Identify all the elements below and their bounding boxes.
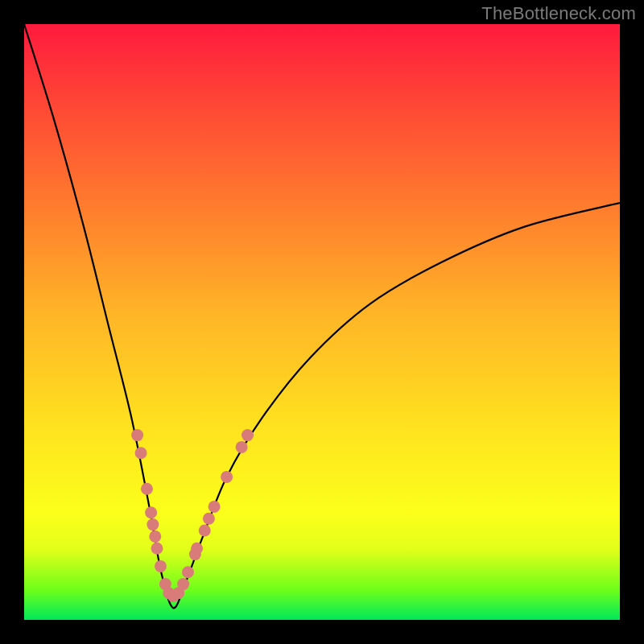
data-point: [147, 518, 159, 530]
data-point: [141, 483, 153, 495]
data-point: [145, 506, 157, 518]
data-point: [177, 578, 189, 590]
chart-frame: TheBottleneck.com: [0, 0, 644, 644]
data-point: [242, 429, 254, 441]
data-point: [236, 441, 248, 453]
watermark-text: TheBottleneck.com: [481, 3, 636, 24]
data-points: [131, 429, 254, 602]
data-point: [135, 447, 147, 459]
plot-area: [24, 24, 620, 620]
data-point: [221, 471, 233, 483]
data-point: [149, 530, 161, 543]
data-point: [131, 429, 143, 441]
bottleneck-curve: [24, 24, 620, 608]
data-point: [151, 543, 163, 555]
data-point: [191, 543, 203, 555]
data-point: [208, 501, 221, 513]
data-point: [182, 566, 194, 578]
data-point: [203, 513, 215, 525]
data-point: [199, 525, 211, 537]
data-point: [155, 560, 167, 572]
chart-overlay: [24, 24, 620, 620]
